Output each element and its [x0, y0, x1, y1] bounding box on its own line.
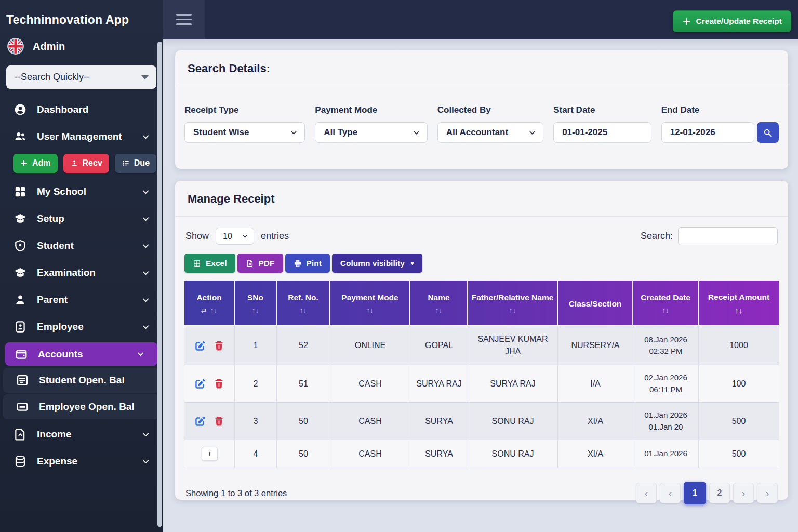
- wallet-icon: [15, 348, 28, 361]
- cell-name: SURYA: [410, 440, 468, 468]
- table-row: 251CASHSURYA RAJSURYA RAJI/A02.Jan 20260…: [184, 365, 779, 403]
- users-icon: [14, 130, 27, 143]
- cell-receipt-amount: 1000: [699, 326, 779, 365]
- sidebar-item-examination[interactable]: Examination: [0, 259, 163, 286]
- sort-icon: ↑↓: [435, 307, 443, 315]
- page-previous-button[interactable]: ‹: [660, 483, 681, 503]
- chevron-down-icon: [141, 430, 150, 439]
- excel-button[interactable]: Excel: [184, 254, 235, 273]
- table-footer: Showing 1 to 3 of 3 entries ‹‹12››: [175, 468, 788, 504]
- sort-icon: ↑↓: [252, 307, 259, 315]
- quick-search-value: --Search Quickly--: [15, 72, 90, 83]
- sidebar-scrollbar[interactable]: [157, 42, 162, 527]
- sort-icon: ↑↓: [210, 307, 218, 315]
- recv-icon: [70, 159, 78, 167]
- create-button-label: Create/Update Receipt: [696, 17, 782, 26]
- shield-icon: [14, 239, 27, 252]
- cell-created-date: 02.Jan 202606:11 PM: [633, 365, 699, 403]
- page-last-button[interactable]: ›: [757, 483, 778, 503]
- cell-created-date: 08.Jan 202602:32 PM: [633, 326, 699, 365]
- sidebar-item-accounts[interactable]: Accounts: [5, 342, 157, 366]
- sidebar-item-employee-open-bal[interactable]: Employee Open. Bal: [3, 394, 159, 419]
- edit-button[interactable]: [194, 340, 206, 352]
- sidebar-item-my-school[interactable]: My School: [0, 178, 163, 205]
- sidebar-item-expense[interactable]: Expense: [0, 448, 163, 475]
- receipt-type-select[interactable]: Student Wise: [184, 122, 305, 143]
- app-logo: Techninnovation App: [0, 0, 163, 27]
- page-number-2[interactable]: 2: [709, 483, 730, 503]
- page-number-1[interactable]: 1: [684, 482, 706, 504]
- sidebar-item-parent[interactable]: Parent: [0, 286, 163, 313]
- edit-button[interactable]: [194, 415, 206, 427]
- caret-down-icon: ▾: [411, 260, 414, 267]
- column-header-receipt-amount[interactable]: Receipt Amount↑↓: [699, 281, 779, 326]
- filter-label: Collected By: [437, 105, 543, 115]
- trash-icon: [213, 378, 225, 390]
- main-content: Search Details: Receipt TypeStudent Wise…: [163, 39, 798, 532]
- page-first-button[interactable]: ‹: [636, 483, 657, 503]
- sidebar-item-student-open-bal[interactable]: Student Open. Bal: [3, 368, 159, 393]
- quick-adm-button[interactable]: Adm: [13, 154, 58, 173]
- entries-label: entries: [261, 231, 289, 242]
- chevron-down-icon: [141, 296, 150, 304]
- sidebar-item-income[interactable]: Income: [0, 421, 163, 448]
- menu-toggle-button[interactable]: [163, 0, 205, 39]
- sidebar-item-user-management[interactable]: User Management: [0, 123, 163, 150]
- filter-collected-by: Collected ByAll Accountant: [437, 105, 543, 143]
- chevron-down-icon: [242, 233, 248, 240]
- quick-due-button[interactable]: Due: [115, 154, 156, 173]
- payment-mode-select[interactable]: All Type: [315, 122, 427, 143]
- search-submit-button[interactable]: [757, 122, 779, 143]
- page-size-value: 10: [223, 232, 232, 241]
- delete-button[interactable]: [213, 378, 225, 390]
- cell-action: [184, 326, 235, 365]
- card-icon: [16, 400, 29, 414]
- cell-father-name: SONU RAJ: [468, 403, 558, 440]
- delete-button[interactable]: [213, 415, 225, 427]
- row-expand-button[interactable]: [202, 447, 218, 461]
- column-header-sno[interactable]: SNo↑↓: [235, 281, 277, 326]
- cell-ref-no: 52: [277, 326, 330, 365]
- edit-button[interactable]: [194, 378, 206, 390]
- create-update-receipt-button[interactable]: Create/Update Receipt: [673, 10, 791, 32]
- sidebar-item-student[interactable]: Student: [0, 232, 163, 259]
- column-header-ref-no[interactable]: Ref. No.↑↓: [277, 281, 330, 326]
- chevron-down-icon: [136, 350, 145, 358]
- column-header-name[interactable]: Name↑↓: [410, 281, 468, 326]
- search-filters: Receipt TypeStudent WisePayment ModeAll …: [175, 86, 788, 143]
- column-header-father-relative-name[interactable]: Father/Relative Name↑↓: [468, 281, 558, 326]
- cell-father-name: SANJEEV KUMAR JHA: [468, 326, 558, 365]
- column-header-action[interactable]: Action⇄↑↓: [184, 281, 235, 326]
- sidebar-item-label: My School: [37, 186, 86, 197]
- pdf-button[interactable]: PDF: [237, 254, 283, 273]
- filter-receipt-type: Receipt TypeStudent Wise: [184, 105, 305, 143]
- column-header-class-section[interactable]: Class/Section: [558, 281, 633, 326]
- cell-action: [184, 365, 235, 403]
- end-date-input[interactable]: [661, 122, 754, 143]
- page-next-button[interactable]: ›: [733, 483, 754, 503]
- sidebar-item-employee[interactable]: Employee: [0, 313, 163, 340]
- grid-icon: [14, 185, 27, 198]
- collected-by-select[interactable]: All Accountant: [437, 122, 543, 143]
- cell-sno: 3: [235, 403, 277, 440]
- caret-down-icon: [141, 75, 149, 79]
- cell-action: [184, 440, 235, 468]
- start-date-input[interactable]: [553, 122, 651, 143]
- sidebar-item-dashboard[interactable]: Dashboard: [0, 96, 163, 123]
- column-header-payment-mode[interactable]: Payment Mode↑↓: [330, 281, 410, 326]
- cell-class-section: XI/A: [558, 403, 633, 440]
- page-size-select[interactable]: 10: [216, 228, 254, 245]
- sidebar-item-setup[interactable]: Setup: [0, 205, 163, 232]
- search-details-card: Search Details: Receipt TypeStudent Wise…: [175, 50, 788, 169]
- column-header-created-date[interactable]: Created Date↑↓: [633, 281, 699, 326]
- quick-recv-button[interactable]: Recv: [63, 154, 109, 173]
- table-row: 450CASHSURYASONU RAJXI/A01.Jan 2026500: [184, 440, 779, 468]
- column-visibility-button[interactable]: Column visibility▾: [332, 254, 422, 273]
- delete-button[interactable]: [213, 340, 225, 352]
- filter-payment-mode: Payment ModeAll Type: [315, 105, 427, 143]
- admin-profile[interactable]: Admin: [0, 27, 163, 55]
- plus-icon: [682, 17, 691, 26]
- pint-button[interactable]: Pint: [285, 254, 330, 273]
- quick-search-select[interactable]: --Search Quickly--: [6, 65, 156, 89]
- table-search-input[interactable]: [678, 227, 778, 245]
